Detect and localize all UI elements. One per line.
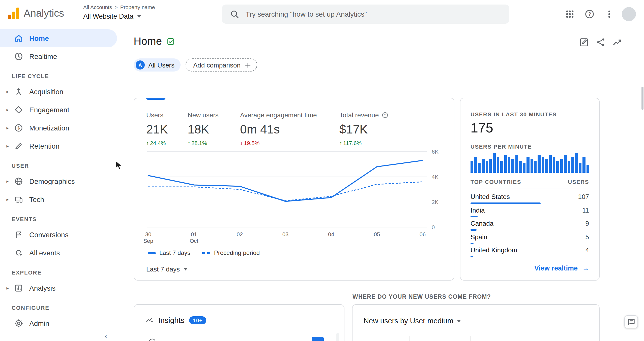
minute-bar	[526, 157, 529, 173]
minute-bar	[549, 155, 552, 173]
sidebar-item-label: Tech	[29, 195, 44, 203]
metric-label: New users	[188, 111, 219, 119]
breadcrumb-all-accounts[interactable]: All Accounts	[83, 4, 112, 10]
all-users-chip[interactable]: A All Users	[134, 58, 181, 72]
account-context: All Accounts > Property name All Website…	[83, 4, 155, 20]
comparison-bar: A All Users Add comparison	[134, 58, 257, 72]
sidebar-section-events: EVENTS	[0, 213, 117, 226]
metric-avg-engagement-time[interactable]: Average engagement time 0m 41s ↓19.5%	[240, 111, 317, 146]
new-users-section-heading: WHERE DO YOUR NEW USERS COME FROM?	[353, 294, 491, 300]
search-bar[interactable]	[222, 5, 509, 24]
metric-delta: ↑28.1%	[188, 140, 219, 146]
plus-icon	[244, 61, 252, 69]
country-bar	[471, 216, 478, 217]
page-scrollbar-thumb[interactable]	[641, 87, 643, 110]
sidebar-item-analysis[interactable]: ▸ Analysis	[0, 279, 117, 297]
share-icon[interactable]	[594, 35, 608, 49]
view-realtime-link[interactable]: View realtime →	[534, 264, 589, 272]
sidebar-item-tech[interactable]: ▸ Tech	[0, 190, 117, 209]
minute-bar	[568, 161, 570, 173]
sidebar-item-monetization[interactable]: ▸ $ Monetization	[0, 119, 117, 137]
legend-last-7-days: Last 7 days	[148, 249, 190, 256]
feedback-chat-button[interactable]	[624, 315, 638, 328]
chevron-right-icon[interactable]: ▸	[4, 286, 11, 291]
search-input[interactable]	[246, 10, 501, 18]
more-options-icon[interactable]	[602, 7, 616, 21]
chevron-right-icon[interactable]: ▸	[4, 107, 11, 112]
new-users-card: New users by User medium	[352, 304, 600, 341]
minute-bar	[571, 157, 574, 173]
minute-bar	[489, 159, 492, 173]
chevron-right-icon[interactable]: ▸	[4, 179, 11, 184]
chevron-right-icon[interactable]: ▸	[4, 144, 11, 149]
minute-bar	[582, 157, 585, 173]
minute-bar	[512, 159, 514, 173]
metric-value: 18K	[188, 122, 219, 137]
analytics-logo[interactable]: Analytics	[8, 7, 64, 19]
analytics-logo-icon	[8, 7, 19, 19]
breadcrumb-property[interactable]: Property name	[120, 4, 155, 10]
sidebar-item-conversions[interactable]: Conversions	[0, 226, 117, 244]
sidebar-item-admin[interactable]: Admin	[0, 314, 117, 332]
insights-count-badge: 10+	[189, 316, 206, 324]
arrow-right-icon: →	[582, 264, 589, 272]
user-avatar[interactable]	[622, 7, 636, 21]
sidebar-collapse-icon[interactable]: ‹	[100, 332, 112, 341]
minute-bar	[519, 161, 522, 173]
sidebar-section-configure: CONFIGURE	[0, 301, 117, 314]
country-row: Spain 5	[471, 231, 589, 244]
insights-sparkle-icon	[145, 316, 154, 324]
sidebar-item-demographics[interactable]: ▸ Demographics	[0, 172, 117, 190]
users-overview-card: Users 21K ↑24.4% New users 18K ↑28.1% Av…	[134, 98, 454, 281]
metric-value: 0m 41s	[240, 122, 317, 137]
minute-bar	[508, 157, 511, 173]
sidebar-section-life-cycle: LIFE CYCLE	[0, 70, 117, 83]
breadcrumb-separator: >	[114, 4, 118, 10]
analysis-icon	[14, 284, 23, 293]
sidebar-item-retention[interactable]: ▸ Retention	[0, 137, 117, 155]
svg-text:06: 06	[420, 231, 426, 237]
new-users-dimension-selector[interactable]: New users by User medium	[364, 317, 461, 325]
metric-delta: ↑117.6%	[339, 140, 388, 146]
dashed-line-swatch	[202, 252, 211, 254]
acquisition-icon	[14, 87, 23, 96]
apps-grid-icon[interactable]	[563, 7, 577, 21]
minute-bar	[530, 159, 533, 173]
metric-label: Users	[146, 111, 168, 119]
country-bar	[471, 229, 476, 230]
top-countries-list: United States 107 India 11 Canada 9 Spai…	[471, 191, 589, 258]
customize-report-icon[interactable]	[577, 35, 591, 49]
metric-users[interactable]: Users 21K ↑24.4%	[146, 111, 168, 146]
sidebar-item-engagement[interactable]: ▸ Engagement	[0, 101, 117, 119]
sidebar-item-label: Analysis	[29, 284, 55, 292]
help-icon[interactable]: ?	[582, 7, 597, 21]
all-users-label: All Users	[148, 61, 174, 69]
insights-trend-icon[interactable]	[610, 35, 624, 49]
metric-total-revenue[interactable]: Total revenue ? $17K ↑117.6%	[339, 111, 388, 146]
minute-bar	[482, 159, 484, 173]
chevron-right-icon[interactable]: ▸	[4, 125, 11, 130]
chevron-right-icon[interactable]: ▸	[4, 89, 11, 94]
property-selector[interactable]: All Website Data	[83, 13, 155, 20]
page-head: Home	[134, 35, 175, 47]
users-trend-chart: 02K4K6K30Sep01Oct0203040506	[144, 148, 447, 248]
sidebar-item-all-events[interactable]: All events	[0, 244, 117, 262]
sidebar-item-home[interactable]: Home	[0, 29, 117, 47]
chevron-right-icon[interactable]: ▸	[4, 197, 11, 202]
sidebar-item-realtime[interactable]: Realtime	[0, 47, 117, 65]
svg-text:04: 04	[328, 231, 334, 237]
period-selector[interactable]: Last 7 days	[146, 265, 187, 273]
help-circle-icon[interactable]: ?	[382, 112, 388, 118]
insights-scrollbar[interactable]	[336, 333, 339, 341]
svg-text:03: 03	[282, 231, 288, 237]
caret-down-icon	[137, 15, 141, 18]
svg-text:4K: 4K	[432, 174, 438, 180]
country-bar	[471, 202, 540, 204]
metric-new-users[interactable]: New users 18K ↑28.1%	[188, 111, 219, 146]
minute-bar	[534, 161, 537, 173]
add-comparison-chip[interactable]: Add comparison	[186, 58, 257, 72]
globe-icon	[14, 177, 23, 186]
minute-bar	[575, 153, 578, 173]
svg-text:02: 02	[237, 231, 243, 237]
sidebar-item-acquisition[interactable]: ▸ Acquisition	[0, 83, 117, 101]
